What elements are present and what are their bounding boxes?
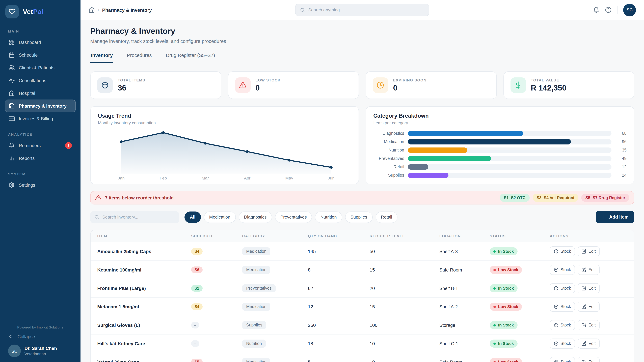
sidebar-item-clients-patients[interactable]: Clients & Patients — [5, 61, 76, 74]
sidebar-item-reports[interactable]: Reports — [5, 152, 76, 165]
stock-button[interactable]: Stock — [550, 302, 575, 312]
svg-text:Feb: Feb — [160, 176, 167, 180]
avatar[interactable]: SC — [623, 3, 636, 16]
sidebar-item-reminders[interactable]: Reminders3 — [5, 139, 76, 152]
app-window: VetPal MAINDashboardScheduleClients & Pa… — [0, 0, 644, 362]
global-search[interactable] — [295, 4, 429, 16]
sidebar-item-label: Hospital — [19, 91, 35, 96]
edit-button-label: Edit — [588, 249, 596, 254]
help-icon[interactable] — [605, 7, 612, 13]
collapse-button[interactable]: Collapse — [5, 329, 76, 341]
stock-button-label: Stock — [560, 286, 571, 291]
category-bar-label: Supplies — [373, 173, 404, 178]
category-bar-label: Retail — [373, 165, 404, 169]
table-row: Surgical Gloves (L)–Supplies250100Storag… — [90, 316, 634, 335]
brand-name: VetPal — [23, 8, 44, 15]
home-icon — [9, 90, 15, 96]
stock-button[interactable]: Stock — [550, 246, 575, 256]
qty-on-hand: 5 — [308, 359, 370, 362]
edit-button[interactable]: Edit — [578, 357, 600, 362]
breadcrumb-separator: / — [98, 7, 99, 12]
edit-button[interactable]: Edit — [578, 265, 600, 275]
sidebar-item-pharmacy-inventory[interactable]: Pharmacy & Inventory — [5, 99, 76, 112]
edit-button[interactable]: Edit — [578, 302, 600, 312]
filter-chip-all[interactable]: All — [184, 211, 201, 223]
package-icon — [554, 249, 558, 254]
edit-button[interactable]: Edit — [578, 339, 600, 349]
stock-button[interactable]: Stock — [550, 265, 575, 275]
edit-button[interactable]: Edit — [578, 283, 600, 293]
sidebar-item-invoices-billing[interactable]: Invoices & Billing — [5, 112, 76, 125]
sidebar-item-schedule[interactable]: Schedule — [5, 49, 76, 61]
tab-inventory[interactable]: Inventory — [90, 52, 114, 63]
category-filter-chips: AllMedicationDiagnosticsPreventativesNut… — [184, 211, 398, 223]
stock-button-label: Stock — [560, 360, 571, 362]
user-profile[interactable]: SC Dr. Sarah Chen Veterinarian — [5, 341, 76, 357]
package-icon — [554, 304, 558, 309]
filter-chip-preventatives[interactable]: Preventatives — [275, 211, 312, 223]
status-badge: In Stock — [490, 321, 518, 329]
sidebar-item-label: Schedule — [19, 52, 38, 57]
stock-button[interactable]: Stock — [550, 320, 575, 330]
alert-triangle-icon — [239, 81, 246, 89]
tab-procedures[interactable]: Procedures — [126, 52, 152, 63]
stock-button[interactable]: Stock — [550, 339, 575, 349]
users-icon — [9, 65, 15, 71]
reorder-level: 15 — [370, 304, 440, 309]
edit-button[interactable]: Edit — [578, 320, 600, 330]
category-bar-value: 24 — [615, 173, 626, 178]
alert-triangle-icon — [95, 195, 101, 201]
chevrons-left-icon — [8, 334, 14, 339]
column-header: QTY ON HAND — [308, 234, 370, 238]
home-icon[interactable] — [88, 7, 95, 13]
category-bar-track — [408, 147, 612, 153]
category-bar-track — [408, 173, 612, 178]
status-dot — [494, 287, 496, 290]
stat-label: LOW STOCK — [256, 78, 280, 82]
edit-button[interactable]: Edit — [578, 246, 600, 256]
stock-button-label: Stock — [560, 323, 571, 328]
schedule-badge: S2 — [191, 285, 202, 292]
usage-trend-title: Usage Trend — [98, 113, 351, 119]
category-pill: Nutrition — [242, 340, 266, 348]
schedule-badge: – — [191, 340, 200, 347]
svg-text:Jan: Jan — [118, 176, 124, 180]
category-bar-value: 35 — [615, 148, 626, 152]
status-badge: In Stock — [490, 340, 518, 348]
filter-chip-nutrition[interactable]: Nutrition — [315, 211, 342, 223]
bell-icon[interactable] — [593, 7, 600, 13]
item-name: Hill's k/d Kidney Care — [97, 341, 191, 346]
column-header: ITEM — [97, 234, 191, 238]
reorder-alert: 7 items below reorder threshold S1–S2 OT… — [90, 191, 634, 204]
category-bar-label: Diagnostics — [373, 131, 404, 136]
schedule-legend-badge: S1–S2 OTC — [500, 194, 530, 202]
svg-text:May: May — [285, 176, 293, 180]
sidebar-item-settings[interactable]: Settings — [5, 179, 76, 191]
location: Shelf A-3 — [440, 249, 490, 254]
column-header: ACTIONS — [550, 234, 634, 238]
bar-chart-icon — [9, 155, 15, 161]
sidebar-item-consultations[interactable]: Consultations — [5, 74, 76, 87]
svg-text:Apr: Apr — [244, 176, 250, 180]
filter-chip-supplies[interactable]: Supplies — [345, 211, 373, 223]
stat-icon-wrap — [373, 77, 388, 93]
location: Shelf B-1 — [440, 286, 490, 291]
stock-button[interactable]: Stock — [550, 283, 575, 293]
sidebar-item-label: Clients & Patients — [19, 65, 54, 70]
inventory-search-input[interactable] — [102, 215, 175, 220]
sidebar-item-dashboard[interactable]: Dashboard — [5, 36, 76, 49]
item-name: Amoxicillin 250mg Caps — [97, 249, 191, 254]
stock-button[interactable]: Stock — [550, 357, 575, 362]
global-search-input[interactable] — [308, 7, 425, 12]
filter-chip-medication[interactable]: Medication — [204, 211, 236, 223]
svg-text:Jun: Jun — [328, 176, 334, 180]
sidebar-item-hospital[interactable]: Hospital — [5, 87, 76, 99]
qty-on-hand: 18 — [308, 341, 370, 346]
tab-drug-register-s5-s7-[interactable]: Drug Register (S5–S7) — [165, 52, 216, 63]
filter-chip-diagnostics[interactable]: Diagnostics — [239, 211, 272, 223]
add-item-button[interactable]: Add Item — [596, 211, 634, 223]
sidebar-item-label: Pharmacy & Inventory — [19, 103, 66, 108]
filter-chip-retail[interactable]: Retail — [376, 211, 398, 223]
stat-value: 0 — [256, 83, 280, 92]
inventory-search[interactable] — [90, 211, 179, 223]
